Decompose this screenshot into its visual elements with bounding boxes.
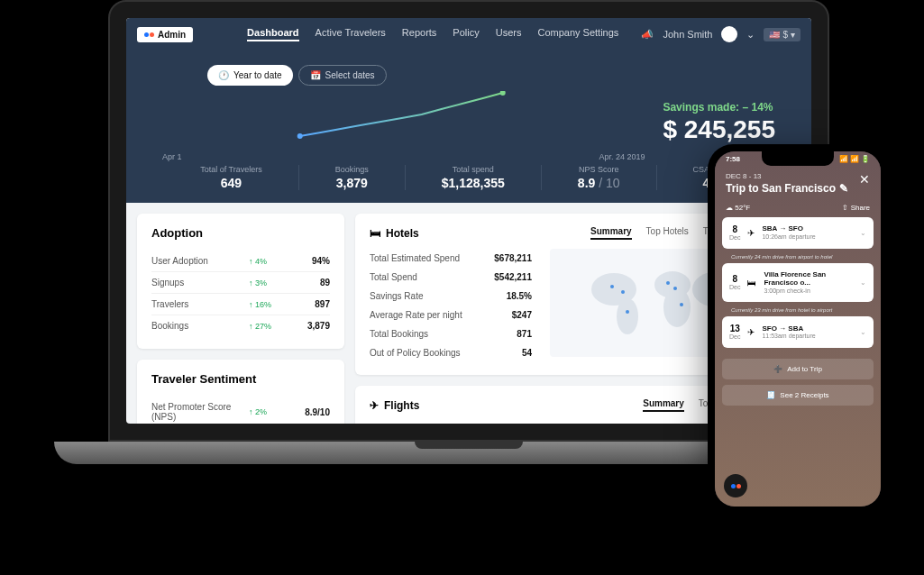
plane-icon: ✈ [370,399,379,412]
admin-badge: Admin [137,27,193,42]
trip-date: DEC 8 - 13 [726,172,870,180]
select-dates-button[interactable]: 📅 Select dates [298,65,387,86]
announce-icon[interactable]: 📣 [641,29,654,41]
chart-start-label: Apr 1 [162,152,182,161]
edit-icon[interactable]: ✎ [839,182,848,195]
tab-top-hotels[interactable]: Top Hotels [646,226,689,240]
stat-row: Travelers↑ 16%897 [151,294,330,315]
savings-chart: Apr 1Apr. 24 2019 [162,91,645,154]
metric: Bookings3,879 [335,165,369,190]
chart-end-label: Apr. 24 2019 [599,152,645,161]
sentiment-card: Traveler Sentiment Net Promoter Score (N… [137,360,344,424]
trip-item[interactable]: 8Dec🛏Villa Florence San Francisco o...3:… [722,263,874,303]
card-title: Traveler Sentiment [151,372,330,386]
svg-point-8 [610,285,614,288]
svg-point-1 [500,91,506,96]
stat-row: Net Promoter Score (NPS)↑ 2%8.9/10 [151,397,330,424]
user-name[interactable]: John Smith [663,29,712,40]
stat-row: Bookings↑ 27%3,879 [151,315,330,336]
nav-item-dashboard[interactable]: Dashboard [247,27,298,41]
admin-label: Admin [158,30,186,40]
drive-note: Currently 23 min drive from hotel to air… [722,306,874,316]
nav-item-policy[interactable]: Policy [453,27,479,41]
share-button[interactable]: ⇧ Share [842,204,870,212]
svg-point-14 [626,310,629,314]
hotel-stat: Total Spend$542,211 [370,268,532,287]
status-icons: 📶 📶 🔋 [839,155,870,163]
trip-title: Trip to San Francisco [726,182,836,195]
phone-mockup: 7:58 📶 📶 🔋 DEC 8 - 13 Trip to San Franci… [708,144,888,514]
hotel-stat: Savings Rate18.5% [370,287,532,306]
svg-point-15 [680,303,683,306]
chevron-down-icon[interactable]: ⌄ [746,29,755,41]
svg-point-0 [297,133,303,139]
hotel-stat: Total Bookings871 [370,324,532,343]
hotel-stat: Average Rate per night$247 [370,306,532,324]
savings-label: Savings made: – 14% [663,101,775,114]
svg-point-9 [621,290,625,294]
logo-icon [144,32,154,37]
hotel-icon: 🛏 [370,227,380,240]
nav-item-company-settings[interactable]: Company Settings [537,27,618,41]
drive-note: Currently 24 min drive from airport to h… [722,252,874,263]
trip-item[interactable]: 8Dec✈SBA → SFO10:26am departure⌄ [722,217,874,249]
svg-point-3 [617,298,638,334]
panel-title: Hotels [386,227,419,240]
phone-time: 7:58 [726,155,740,163]
add-trip-button[interactable]: ➕ Add to Trip [722,359,874,379]
svg-point-10 [666,281,670,285]
ytd-button[interactable]: 🕐 Year to date [207,65,293,86]
close-icon[interactable]: ✕ [859,172,870,187]
nav-item-users[interactable]: Users [496,27,522,41]
stat-row: Signups↑ 3%89 [151,272,330,294]
card-title: Adoption [151,226,330,240]
tab-summary[interactable]: Summary [643,398,684,412]
nav-item-reports[interactable]: Reports [402,27,437,41]
svg-point-5 [663,288,691,327]
metric: NPS Score8.9 / 10 [578,165,620,190]
savings-amount: $ 245,255 [663,115,775,144]
top-nav: Admin DashboardActive TravelersReportsPo… [126,18,811,50]
metric: Total of Travelers649 [200,165,262,190]
metric: Total spend$1,128,355 [442,165,505,190]
currency-selector[interactable]: 🇺🇸 $ ▾ [764,28,800,41]
trip-item[interactable]: 13Dec✈SFO → SBA11:53am departure⌄ [722,316,874,348]
nav-item-active-travelers[interactable]: Active Travelers [316,27,386,41]
stat-row: User Adoption↑ 4%94% [151,251,330,272]
hotel-stat: Out of Policy Bookings54 [370,343,532,362]
avatar[interactable] [721,26,737,42]
panel-title: Flights [384,399,419,412]
hotel-stat: Total Estimated Spend$678,211 [370,249,532,268]
chat-icon[interactable] [724,474,747,497]
tab-summary[interactable]: Summary [590,226,632,240]
adoption-card: Adoption User Adoption↑ 4%94%Signups↑ 3%… [137,214,344,349]
receipts-button[interactable]: 🧾 See 2 Receipts [722,385,874,406]
svg-point-11 [673,287,677,290]
weather: ☁ 52°F [726,204,750,212]
